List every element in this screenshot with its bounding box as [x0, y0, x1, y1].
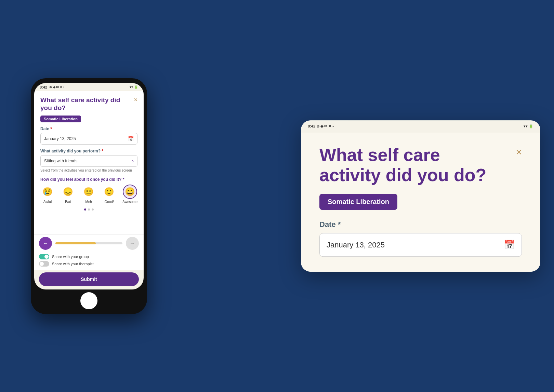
phone-activity-field[interactable]: Sitting with friends › — [40, 155, 137, 167]
phone-feel-label: How did you feel about it once you did i… — [40, 177, 137, 182]
large-date-label: Date * — [319, 220, 522, 229]
phone-mockup: 8:42 ⊕ ◆ ✉ ✕ • ▾▾ 🔋 What self care activ… — [31, 78, 147, 314]
large-card: 8:42 ⊕ ◆ ✉ ✕ • ▾▾ 🔋 What self care activ… — [301, 120, 540, 272]
step-dot — [88, 208, 90, 211]
large-somatic-badge: Somatic Liberation — [319, 194, 397, 210]
phone-status-bar: 8:42 ⊕ ◆ ✉ ✕ • ▾▾ 🔋 — [34, 83, 144, 91]
emoji-good[interactable]: 🙂 Good! — [102, 185, 116, 204]
share-therapist-toggle[interactable] — [39, 261, 49, 267]
step-dot — [92, 208, 94, 211]
phone-activity-label: What activity did you perform? * — [40, 149, 137, 153]
large-card-title: What self care activity did you do? — [319, 145, 504, 186]
emoji-awesome-icon: 😄 — [123, 185, 137, 199]
emoji-awful[interactable]: 😢 Awful — [40, 185, 55, 204]
phone-helper-text: Select from the activities you entered o… — [40, 168, 137, 173]
emoji-meh[interactable]: 😐 Meh — [81, 185, 96, 204]
large-card-header: What self care activity did you do? × — [319, 145, 522, 186]
emoji-awful-icon: 😢 — [40, 185, 55, 199]
phone-somatic-badge: Somatic Liberation — [40, 116, 81, 122]
next-button[interactable]: → — [126, 237, 139, 250]
large-status-right: ▾▾ 🔋 — [524, 124, 533, 129]
phone-date-field[interactable]: January 13, 2025 📅 — [40, 133, 137, 145]
large-date-field[interactable]: January 13, 2025 📅 — [319, 233, 522, 257]
emoji-meh-icon: 😐 — [81, 185, 96, 199]
share-therapist-label: Share with your therapist — [52, 262, 94, 266]
share-group-row: Share with your group — [39, 254, 139, 259]
large-card-status-bar: 8:42 ⊕ ◆ ✉ ✕ • ▾▾ 🔋 — [301, 120, 540, 133]
submit-button[interactable]: Submit — [39, 272, 139, 286]
phone-form-header: What self care activity did you do? × — [40, 96, 137, 112]
large-status-left: 8:42 ⊕ ◆ ✉ ✕ • — [308, 124, 334, 129]
emoji-awesome[interactable]: 😄 Awesome — [122, 185, 137, 204]
chevron-right-icon: › — [132, 158, 134, 164]
emoji-bad[interactable]: 😞 Bad — [61, 185, 75, 204]
step-indicators — [40, 208, 137, 211]
status-icons-left: ⊕ ◆ ✉ ✕ • — [49, 85, 64, 89]
phone-form-title: What self care activity did you do? — [40, 96, 129, 112]
share-section: Share with your group Share with your th… — [34, 252, 144, 270]
phone-close-button[interactable]: × — [134, 97, 137, 103]
progress-bar-fill — [55, 242, 96, 244]
progress-bar — [55, 242, 122, 244]
phone-home-button[interactable] — [80, 292, 97, 309]
emoji-bad-icon: 😞 — [61, 185, 75, 199]
phone-main-content: What self care activity did you do? × So… — [34, 91, 144, 234]
calendar-icon: 📅 — [128, 136, 134, 141]
share-group-label: Share with your group — [52, 255, 89, 259]
share-therapist-row: Share with your therapist — [39, 261, 139, 267]
share-group-toggle[interactable] — [39, 254, 49, 259]
phone-shell: 8:42 ⊕ ◆ ✉ ✕ • ▾▾ 🔋 What self care activ… — [31, 78, 147, 314]
phone-screen: 8:42 ⊕ ◆ ✉ ✕ • ▾▾ 🔋 What self care activ… — [34, 83, 144, 289]
status-icons-right: ▾▾ 🔋 — [130, 85, 138, 89]
emoji-rating-row: 😢 Awful 😞 Bad 😐 Meh 🙂 Good! — [40, 185, 137, 204]
step-dot-active — [84, 208, 86, 211]
large-close-button[interactable]: × — [516, 147, 522, 157]
back-button[interactable]: ← — [39, 237, 52, 250]
phone-date-label: Date * — [40, 126, 137, 131]
phone-nav-bar: ← → — [34, 234, 144, 252]
large-calendar-icon: 📅 — [504, 240, 515, 250]
status-time: 8:42 ⊕ ◆ ✉ ✕ • — [40, 85, 64, 89]
emoji-good-icon: 🙂 — [102, 185, 116, 199]
